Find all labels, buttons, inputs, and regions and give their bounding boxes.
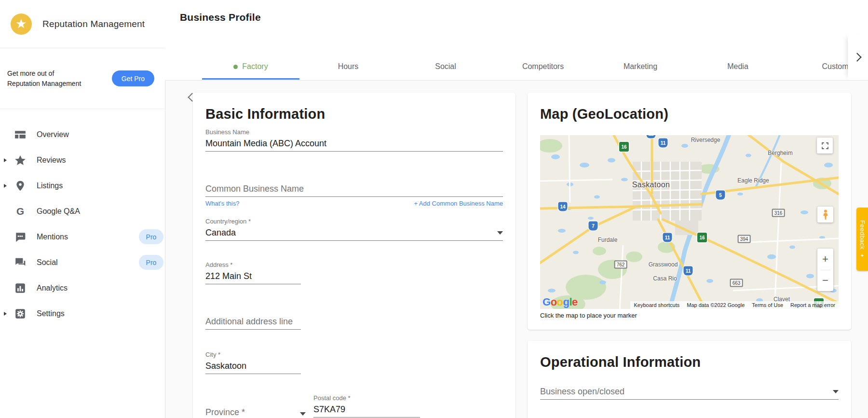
address-field: Address * 212 Main St bbox=[205, 261, 503, 284]
map-label-town: Bergheim bbox=[768, 150, 792, 156]
tab-hours[interactable]: Hours bbox=[299, 34, 397, 80]
tab-label: Competitors bbox=[522, 62, 564, 71]
sidebar-item-listings[interactable]: Listings bbox=[0, 173, 165, 198]
sidebar-item-settings[interactable]: Settings bbox=[0, 301, 165, 326]
address-input[interactable]: 212 Main St bbox=[205, 270, 301, 284]
feedback-tab[interactable]: Feedback ✦ bbox=[856, 208, 868, 271]
add-common-business-name-link[interactable]: + Add Common Business Name bbox=[414, 200, 503, 207]
business-open-closed-select[interactable]: Business open/closed bbox=[540, 385, 839, 400]
app-logo-star-icon: ★ bbox=[11, 14, 32, 35]
get-pro-button[interactable]: Get Pro bbox=[112, 70, 154, 86]
google-logo[interactable]: Google bbox=[542, 296, 578, 308]
highway-shield: 394 bbox=[738, 235, 751, 243]
highway-shield: 7 bbox=[589, 222, 598, 231]
additional-address-input[interactable]: Additional address line bbox=[205, 315, 301, 330]
highway-shield: 11 bbox=[663, 233, 672, 242]
basic-information-title: Basic Information bbox=[205, 105, 503, 123]
settings-gear-icon bbox=[14, 308, 26, 320]
province-select[interactable]: Province * bbox=[205, 406, 306, 418]
common-business-name-input[interactable]: Common Business Name bbox=[205, 182, 503, 197]
business-name-label: Business Name bbox=[205, 128, 503, 136]
map-pegman-button[interactable] bbox=[817, 207, 833, 223]
highway-shield: 316 bbox=[772, 209, 785, 217]
tab-label: Social bbox=[435, 62, 456, 71]
tab-factory[interactable]: Factory bbox=[202, 34, 299, 80]
reputation-management-app: ★ Reputation Management Get more out of … bbox=[0, 0, 868, 418]
map-label-town: Furdale bbox=[598, 237, 618, 243]
expand-arrow-icon[interactable] bbox=[4, 184, 7, 188]
analytics-bar-chart-icon bbox=[14, 282, 26, 294]
city-input[interactable]: Saskatoon bbox=[205, 360, 301, 374]
highway-shield: 14 bbox=[558, 202, 568, 211]
whats-this-link[interactable]: What's this? bbox=[205, 200, 239, 207]
google-map[interactable]: Riversedge Bergheim Eagle Ridge Saskatoo… bbox=[540, 135, 839, 309]
country-field: Country/region * Canada bbox=[205, 218, 503, 241]
sidebar-nav: Overview Reviews Listings G bbox=[0, 109, 165, 326]
tab-label: Hours bbox=[338, 62, 359, 71]
expand-arrow-icon[interactable] bbox=[4, 158, 7, 162]
sidebar-item-label: Google Q&A bbox=[37, 207, 80, 216]
additional-address-field: Additional address line bbox=[205, 315, 503, 330]
overview-icon bbox=[14, 129, 26, 140]
common-business-name-links: What's this? + Add Common Business Name bbox=[205, 200, 503, 207]
tab-social[interactable]: Social bbox=[397, 34, 494, 80]
report-map-error-link[interactable]: Report a map error bbox=[790, 302, 835, 308]
postal-code-label: Postal code * bbox=[313, 394, 420, 402]
sidebar-item-mentions[interactable]: Mentions Pro bbox=[0, 224, 165, 250]
terms-of-use-link[interactable]: Terms of Use bbox=[752, 302, 783, 308]
active-tab-dot-icon bbox=[233, 65, 238, 69]
promo-banner: Get more out of Reputation Management Ge… bbox=[0, 48, 165, 109]
google-logo-letter: o bbox=[557, 296, 563, 308]
tab-media[interactable]: Media bbox=[689, 34, 787, 80]
sidebar-item-label: Settings bbox=[37, 309, 65, 318]
sidebar-item-label: Listings bbox=[37, 181, 63, 190]
expand-arrow-icon[interactable] bbox=[4, 312, 7, 316]
app-title: Reputation Management bbox=[42, 19, 145, 29]
country-select[interactable]: Canada bbox=[205, 226, 503, 241]
sidebar-item-analytics[interactable]: Analytics bbox=[0, 275, 165, 301]
city-label: City * bbox=[205, 351, 503, 359]
country-label: Country/region * bbox=[205, 218, 503, 225]
highway-shield: 16 bbox=[619, 142, 629, 152]
chevron-down-icon bbox=[300, 412, 306, 416]
map-fullscreen-button[interactable] bbox=[817, 138, 833, 153]
sidebar-item-social[interactable]: Social Pro bbox=[0, 250, 165, 275]
highway-shield: 16 bbox=[697, 233, 707, 242]
sidebar-item-label: Analytics bbox=[37, 284, 68, 293]
sidebar-item-label: Reviews bbox=[37, 156, 66, 165]
map-geolocation-card: Map (GeoLocation) bbox=[528, 93, 851, 330]
tab-competitors[interactable]: Competitors bbox=[494, 34, 592, 80]
sidebar-item-overview[interactable]: Overview bbox=[0, 122, 165, 147]
tab-label: Factory bbox=[242, 62, 268, 71]
tab-label: Marketing bbox=[624, 62, 657, 71]
sidebar-item-google-qa[interactable]: G Google Q&A bbox=[0, 198, 165, 224]
business-name-input[interactable]: Mountain Media (ABC) Account bbox=[205, 137, 503, 152]
reviews-star-icon bbox=[14, 154, 26, 166]
sidebar-item-label: Social bbox=[37, 258, 58, 267]
tab-marketing[interactable]: Marketing bbox=[592, 34, 689, 80]
keyboard-shortcuts-link[interactable]: Keyboard shortcuts bbox=[634, 302, 679, 308]
social-chat-icon bbox=[14, 257, 26, 268]
highway-shield: 762 bbox=[614, 261, 627, 269]
business-open-closed-placeholder: Business open/closed bbox=[540, 385, 624, 398]
top-bar: Business Profile bbox=[165, 0, 868, 35]
promo-text: Get more out of Reputation Management bbox=[7, 69, 81, 89]
zoom-in-button[interactable]: + bbox=[817, 249, 833, 270]
promo-line-1: Get more out of bbox=[7, 69, 81, 79]
tabs-scroll-right-chevron-icon bbox=[853, 53, 861, 61]
map-label-town: Riversedge bbox=[691, 137, 720, 143]
pro-badge: Pro bbox=[139, 255, 163, 270]
business-name-field: Business Name Mountain Media (ABC) Accou… bbox=[205, 128, 503, 152]
tab-label: Media bbox=[727, 62, 748, 71]
pro-badge: Pro bbox=[139, 229, 163, 244]
postal-code-input[interactable]: S7KA79 bbox=[313, 403, 420, 418]
page-title: Business Profile bbox=[180, 12, 261, 23]
location-pin-icon bbox=[14, 180, 26, 192]
highway-shield: 11 bbox=[684, 266, 693, 276]
sidebar-item-reviews[interactable]: Reviews bbox=[0, 147, 165, 173]
zoom-out-button[interactable]: − bbox=[817, 270, 833, 292]
highway-shield: 663 bbox=[730, 279, 743, 287]
tab-bar: Factory Hours Social Competitors Marketi… bbox=[165, 34, 868, 81]
tabs-scroll-right-button[interactable] bbox=[848, 34, 868, 80]
province-postal-row: Province * Postal code * S7KA79 bbox=[205, 394, 503, 418]
